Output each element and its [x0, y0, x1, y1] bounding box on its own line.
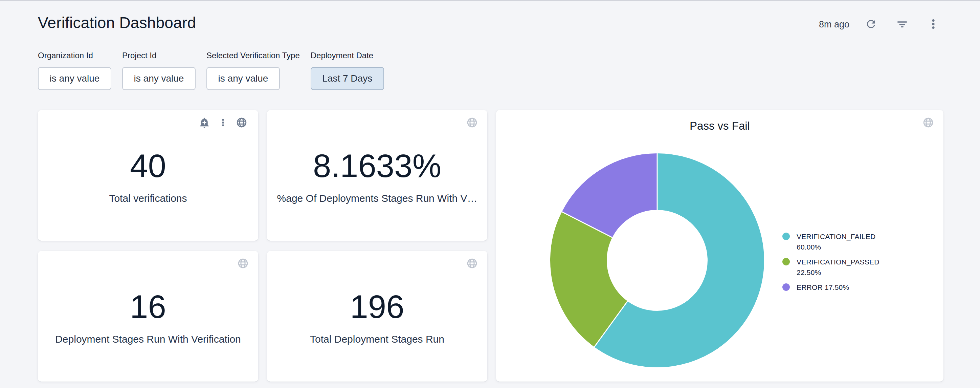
legend-dot — [783, 283, 790, 291]
kebab-menu-icon — [927, 18, 939, 31]
legend-dot — [783, 258, 790, 265]
page-title: Verification Dashboard — [38, 14, 196, 32]
tile-deployment-stages-run-with-verification: 16 Deployment Stages Run With Verificati… — [38, 251, 258, 382]
tile-total-verifications: 40 Total verifications — [38, 110, 258, 241]
chart-legend: VERIFICATION_FAILED 60.00% VERIFICATION_… — [783, 231, 884, 292]
legend-dot — [783, 233, 790, 240]
dashboard-filters-button[interactable] — [896, 18, 909, 31]
filter-organization-id: Organization Id is any value — [38, 51, 111, 90]
header-actions: 8m ago — [819, 18, 940, 31]
filter-label: Selected Verification Type — [207, 51, 300, 60]
filter-label: Deployment Date — [311, 51, 384, 60]
filter-value-chip[interactable]: is any value — [38, 67, 111, 90]
filter-value-chip[interactable]: Last 7 Days — [311, 67, 384, 90]
legend-label: ERROR 17.50% — [797, 282, 849, 292]
globe-icon[interactable] — [923, 117, 934, 128]
globe-icon[interactable] — [237, 258, 249, 269]
filter-label: Project Id — [122, 51, 196, 60]
filter-deployment-date: Deployment Date Last 7 Days — [311, 51, 384, 90]
legend-item-verification-passed[interactable]: VERIFICATION_PASSED 22.50% — [783, 257, 884, 278]
add-alert-bell-icon[interactable] — [199, 117, 210, 128]
filter-bar: Organization Id is any value Project Id … — [38, 51, 384, 90]
filter-label: Organization Id — [38, 51, 111, 60]
filter-project-id: Project Id is any value — [122, 51, 196, 90]
tile-content: 196 Total Deployment Stages Run — [267, 291, 487, 345]
refresh-icon — [865, 18, 877, 31]
legend-label: VERIFICATION_PASSED 22.50% — [797, 257, 884, 278]
tile-value: 8.1633% — [313, 150, 441, 182]
globe-icon[interactable] — [466, 258, 478, 269]
tile-label: Total verifications — [109, 192, 187, 204]
tile-label: %age Of Deployments Stages Run With V… — [277, 192, 477, 204]
dashboard-more-actions-button[interactable] — [926, 18, 940, 31]
top-border-line — [0, 0, 980, 1]
donut-chart[interactable] — [546, 148, 769, 372]
tile-content: 40 Total verifications — [38, 150, 258, 204]
chart-card-pass-vs-fail: Pass vs Fail VERIFICATION_FAILED 60.00% … — [496, 110, 943, 382]
filter-selected-verification-type: Selected Verification Type is any value — [207, 51, 300, 90]
globe-icon[interactable] — [466, 117, 478, 128]
refresh-button[interactable] — [864, 18, 878, 31]
tile-value: 16 — [130, 291, 166, 323]
dashboard-grid: 40 Total verifications 8.1633% %age Of D… — [38, 110, 943, 382]
tile-pct-deployment-stages-with-verification: 8.1633% %age Of Deployments Stages Run W… — [267, 110, 487, 241]
tile-value: 196 — [350, 291, 404, 323]
tile-more-kebab-icon[interactable] — [218, 118, 228, 127]
tile-total-deployment-stages-run: 196 Total Deployment Stages Run — [267, 251, 487, 382]
tile-content: 16 Deployment Stages Run With Verificati… — [38, 291, 258, 345]
tile-label: Deployment Stages Run With Verification — [55, 333, 241, 345]
legend-item-error[interactable]: ERROR 17.50% — [783, 282, 884, 292]
legend-label: VERIFICATION_FAILED 60.00% — [797, 231, 884, 252]
globe-icon[interactable] — [236, 117, 247, 128]
tile-value: 40 — [130, 150, 166, 182]
filter-value-chip[interactable]: is any value — [207, 67, 280, 90]
legend-item-verification-failed[interactable]: VERIFICATION_FAILED 60.00% — [783, 231, 884, 252]
filter-value-chip[interactable]: is any value — [122, 67, 196, 90]
tile-content: 8.1633% %age Of Deployments Stages Run W… — [267, 150, 487, 204]
last-refresh-timestamp: 8m ago — [819, 19, 850, 30]
tile-label: Total Deployment Stages Run — [310, 333, 444, 345]
chart-title: Pass vs Fail — [496, 120, 943, 133]
tile-actions — [199, 117, 247, 128]
filter-icon — [896, 18, 908, 31]
